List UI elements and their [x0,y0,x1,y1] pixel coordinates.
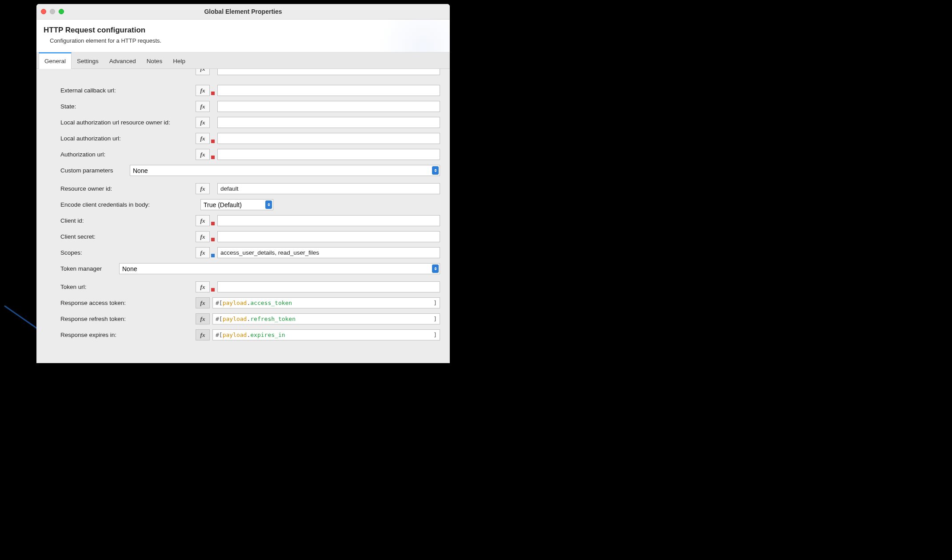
fx-toggle[interactable]: fx [196,313,210,324]
field-label: Scopes: [60,249,196,256]
field-label: Client secret: [60,233,196,240]
fx-toggle[interactable]: fx [196,69,210,75]
form-row-custom-parameters: Custom parameters None [60,165,440,176]
tab-general[interactable]: General [39,52,72,69]
tab-advanced[interactable]: Advanced [104,52,141,68]
field-label: Response refresh token: [60,316,196,322]
form-row-encode-client-credentials: Encode client credentials in body: True … [60,199,440,210]
fx-toggle[interactable]: fx [196,133,210,144]
custom-parameters-select[interactable]: None [130,165,440,176]
field-label: External callback url: [60,87,196,94]
token-url-input[interactable] [217,281,440,292]
form-row-response-expires-in: Response expires in: fx #[ payload . exp… [60,329,440,340]
response-refresh-token-input[interactable]: #[ payload . refresh_token ] [212,313,440,324]
form-row-response-refresh-token: Response refresh token: fx #[ payload . … [60,313,440,324]
field-label: Resource owner id: [60,185,196,192]
info-indicator-icon [211,254,215,257]
select-arrows-icon [432,166,439,175]
response-expires-in-input[interactable]: #[ payload . expires_in ] [212,329,440,340]
tab-bar: General Settings Advanced Notes Help [36,52,450,69]
dialog-header: HTTP Request configuration Configuration… [36,20,450,52]
form-row-resource-owner-id: Resource owner id: fx [60,183,440,194]
close-button[interactable] [41,9,46,14]
fx-toggle[interactable]: fx [196,281,210,292]
field-label: Token url: [60,284,196,290]
expr-prefix: #[ [216,316,223,322]
select-value: None [133,167,148,174]
auth-url-input[interactable] [217,149,440,160]
fx-toggle[interactable]: fx [196,231,210,242]
required-indicator-icon [211,288,215,292]
field-label: Client id: [60,217,196,224]
field-label: Token manager [60,265,119,272]
previous-input[interactable] [217,69,440,75]
expr-dot: . [247,332,250,338]
field-label: Encode client credentials in body: [60,201,196,208]
select-value: True (Default) [204,201,242,208]
expr-suffix: ] [433,316,437,322]
scopes-input[interactable] [217,247,440,258]
titlebar: Global Element Properties [36,4,450,20]
window-controls [41,9,64,14]
external-callback-url-input[interactable] [217,85,440,96]
field-label: Local authorization url resource owner i… [60,119,196,126]
encode-client-credentials-select[interactable]: True (Default) [200,199,273,210]
fx-toggle[interactable]: fx [196,85,210,96]
form-row-local-auth-url: Local authorization url: fx [60,133,440,144]
resource-owner-id-input[interactable] [217,183,440,194]
expr-suffix: ] [433,332,437,338]
required-indicator-icon [211,238,215,241]
zoom-button[interactable] [59,9,64,14]
field-label: Custom parameters [60,167,130,174]
state-input[interactable] [217,101,440,112]
form-row-auth-url: Authorization url: fx [60,149,440,160]
token-manager-select[interactable]: None [119,263,440,274]
fx-toggle[interactable]: fx [196,329,210,340]
fx-toggle[interactable]: fx [196,117,210,128]
form-row-token-url: Token url: fx [60,281,440,292]
fx-toggle[interactable]: fx [196,215,210,226]
expr-payload: payload [223,332,247,338]
form-row-scopes: Scopes: fx [60,247,440,258]
expr-dot: . [247,300,250,306]
form-row-response-access-token: Response access token: fx #[ payload . a… [60,297,440,308]
tab-notes[interactable]: Notes [141,52,168,68]
window-title: Global Element Properties [36,8,450,15]
client-secret-input[interactable] [217,231,440,242]
expr-payload: payload [223,316,247,322]
select-value: None [122,265,137,272]
field-label: Local authorization url: [60,135,196,142]
required-indicator-icon [211,222,215,225]
form-row-client-id: Client id: fx [60,215,440,226]
form-content[interactable]: fx External callback url: fx State: fx L… [36,69,450,363]
fx-toggle[interactable]: fx [196,149,210,160]
form-row-token-manager: Token manager None [60,263,440,274]
tab-help[interactable]: Help [168,52,191,68]
minimize-button[interactable] [50,9,55,14]
form-row-previous: fx [60,69,440,80]
required-indicator-icon [211,140,215,143]
fx-toggle[interactable]: fx [196,247,210,258]
form-row-external-callback-url: External callback url: fx [60,85,440,96]
local-auth-url-input[interactable] [217,133,440,144]
tab-settings[interactable]: Settings [72,52,104,68]
fx-toggle[interactable]: fx [196,101,210,112]
field-label: State: [60,103,196,110]
field-label: Authorization url: [60,151,196,158]
select-arrows-icon [265,200,272,209]
expr-suffix: ] [433,300,437,306]
header-decoration [379,20,450,52]
expr-property: access_token [250,300,292,306]
field-label: Response expires in: [60,332,196,338]
form-row-local-auth-url-owner-id: Local authorization url resource owner i… [60,117,440,128]
response-access-token-input[interactable]: #[ payload . access_token ] [212,297,440,308]
form-row-client-secret: Client secret: fx [60,231,440,242]
required-indicator-icon [211,156,215,159]
client-id-input[interactable] [217,215,440,226]
select-arrows-icon [432,264,439,273]
fx-toggle[interactable]: fx [196,183,210,194]
local-auth-url-owner-id-input[interactable] [217,117,440,128]
expr-property: expires_in [250,332,285,338]
fx-toggle[interactable]: fx [196,297,210,308]
required-indicator-icon [211,92,215,95]
